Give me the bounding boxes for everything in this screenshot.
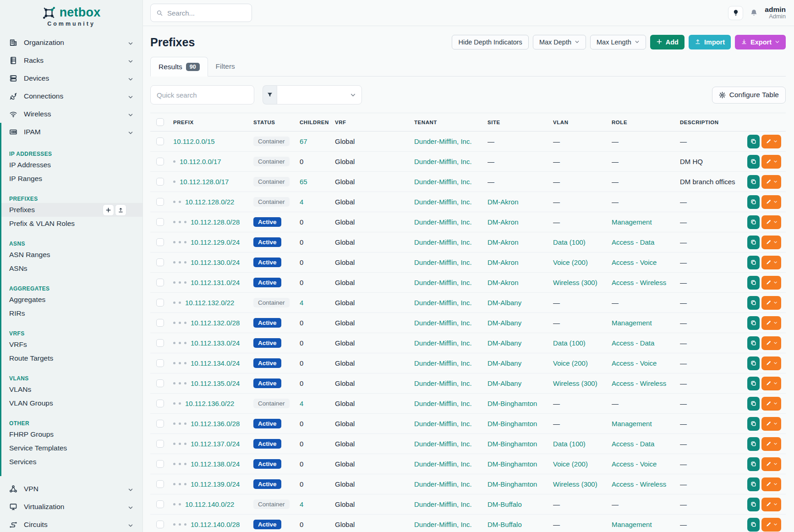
role-link[interactable]: Management	[612, 319, 652, 327]
prefix-link[interactable]: 10.112.130.0/24	[191, 258, 240, 266]
copy-button[interactable]	[747, 155, 760, 169]
site-link[interactable]: DM-Albany	[487, 359, 521, 367]
prefix-link[interactable]: 10.112.128.0/28	[191, 218, 240, 226]
row-checkbox[interactable]	[156, 238, 164, 246]
children-link[interactable]: 4	[300, 299, 303, 307]
copy-button[interactable]	[747, 417, 760, 431]
tab-results[interactable]: Results 90	[150, 57, 208, 77]
site-link[interactable]: DM-Akron	[487, 198, 519, 206]
sidebar-item-devices[interactable]: Devices	[0, 69, 142, 87]
edit-button[interactable]	[761, 215, 781, 229]
site-link[interactable]: DM-Binghamton	[487, 460, 537, 468]
prefix-link[interactable]: 10.112.132.0/22	[185, 299, 234, 307]
column-header-site[interactable]: SITE	[487, 120, 553, 125]
vlan-link[interactable]: Wireless (300)	[553, 279, 597, 286]
vlan-link[interactable]: Data (100)	[553, 440, 586, 448]
copy-button[interactable]	[747, 336, 760, 350]
quick-search-input[interactable]	[150, 85, 254, 104]
sidebar-item-asn-ranges[interactable]: ASN Ranges	[1, 248, 142, 262]
sidebar-item-virtualization[interactable]: Virtualization	[0, 498, 142, 516]
sidebar-item-aggregates[interactable]: Aggregates	[1, 293, 142, 307]
sidebar-item-route-targets[interactable]: Route Targets	[1, 351, 142, 365]
tenant-link[interactable]: Dunder-Mifflin, Inc.	[414, 379, 472, 387]
row-checkbox[interactable]	[156, 379, 164, 387]
edit-button[interactable]	[761, 397, 781, 411]
sidebar-item-vrfs[interactable]: VRFs	[1, 338, 142, 351]
copy-button[interactable]	[747, 498, 760, 511]
column-header-vrf[interactable]: VRF	[335, 120, 414, 125]
sidebar-item-wireless[interactable]: Wireless	[0, 105, 142, 123]
site-link[interactable]: DM-Binghamton	[487, 480, 537, 488]
copy-button[interactable]	[747, 316, 760, 330]
prefix-link[interactable]: 10.112.128.0/22	[185, 198, 234, 206]
copy-button[interactable]	[747, 518, 760, 532]
sidebar-item-service-templates[interactable]: Service Templates	[1, 441, 142, 455]
edit-button[interactable]	[761, 477, 781, 491]
edit-button[interactable]	[761, 457, 781, 471]
import-button[interactable]: Import	[689, 35, 731, 49]
copy-button[interactable]	[747, 437, 760, 451]
site-link[interactable]: DM-Albany	[487, 319, 521, 327]
prefix-link[interactable]: 10.112.136.0/22	[185, 400, 234, 407]
tenant-link[interactable]: Dunder-Mifflin, Inc.	[414, 359, 472, 367]
max-depth-dropdown[interactable]: Max Depth	[533, 35, 586, 49]
row-checkbox[interactable]	[156, 420, 164, 428]
export-button[interactable]: Export	[735, 35, 786, 49]
row-checkbox[interactable]	[156, 299, 164, 307]
prefix-link[interactable]: 10.112.139.0/24	[191, 480, 240, 488]
copy-button[interactable]	[747, 195, 760, 209]
prefix-link[interactable]: 10.112.140.0/22	[185, 500, 234, 508]
row-checkbox[interactable]	[156, 279, 164, 286]
row-checkbox[interactable]	[156, 158, 164, 165]
tenant-link[interactable]: Dunder-Mifflin, Inc.	[414, 339, 472, 347]
global-search[interactable]	[150, 4, 252, 22]
copy-button[interactable]	[747, 276, 760, 290]
prefix-link[interactable]: 10.112.131.0/24	[191, 279, 240, 286]
copy-button[interactable]	[747, 457, 760, 471]
vlan-link[interactable]: Voice (200)	[553, 460, 588, 468]
prefix-link[interactable]: 10.112.132.0/28	[191, 319, 240, 327]
row-checkbox[interactable]	[156, 198, 164, 206]
role-link[interactable]: Access - Wireless	[612, 379, 666, 387]
configure-table-button[interactable]: Configure Table	[712, 87, 786, 104]
select-all-checkbox[interactable]	[156, 118, 164, 126]
site-link[interactable]: DM-Buffalo	[487, 521, 522, 528]
tenant-link[interactable]: Dunder-Mifflin, Inc.	[414, 521, 472, 528]
vlan-link[interactable]: Wireless (300)	[553, 480, 597, 488]
vlan-link[interactable]: Voice (200)	[553, 359, 588, 367]
copy-button[interactable]	[747, 236, 760, 249]
tenant-link[interactable]: Dunder-Mifflin, Inc.	[414, 299, 472, 307]
tenant-link[interactable]: Dunder-Mifflin, Inc.	[414, 279, 472, 286]
site-link[interactable]: DM-Akron	[487, 279, 519, 286]
role-link[interactable]: Management	[612, 218, 652, 226]
global-search-input[interactable]	[167, 9, 241, 17]
role-link[interactable]: Access - Voice	[612, 359, 657, 367]
edit-button[interactable]	[761, 195, 781, 209]
vlan-link[interactable]: Voice (200)	[553, 258, 588, 266]
tab-filters[interactable]: Filters	[208, 56, 243, 76]
sidebar-item-ip-addresses[interactable]: IP Addresses	[1, 158, 142, 172]
vlan-link[interactable]: Data (100)	[553, 339, 586, 347]
copy-button[interactable]	[747, 377, 760, 390]
max-length-dropdown[interactable]: Max Length	[590, 35, 646, 49]
row-checkbox[interactable]	[156, 460, 164, 468]
sidebar-item-fhrp-groups[interactable]: FHRP Groups	[1, 428, 142, 441]
copy-button[interactable]	[747, 397, 760, 411]
column-header-children[interactable]: CHILDREN	[300, 120, 335, 125]
row-checkbox[interactable]	[156, 218, 164, 226]
children-link[interactable]: 4	[300, 400, 303, 407]
row-checkbox[interactable]	[156, 258, 164, 266]
role-link[interactable]: Access - Data	[612, 238, 654, 246]
column-header-prefix[interactable]: PREFIX	[173, 120, 253, 125]
site-link[interactable]: DM-Albany	[487, 339, 521, 347]
edit-button[interactable]	[761, 356, 781, 370]
row-checkbox[interactable]	[156, 178, 164, 186]
tenant-link[interactable]: Dunder-Mifflin, Inc.	[414, 198, 472, 206]
copy-button[interactable]	[747, 256, 760, 269]
brand[interactable]: netbox Community	[0, 0, 142, 27]
edit-button[interactable]	[761, 236, 781, 249]
sidebar-item-ipam[interactable]: IPAM	[1, 123, 142, 141]
import-prefix-button[interactable]	[115, 204, 126, 216]
column-header-tenant[interactable]: TENANT	[414, 120, 487, 125]
tenant-link[interactable]: Dunder-Mifflin, Inc.	[414, 400, 472, 407]
